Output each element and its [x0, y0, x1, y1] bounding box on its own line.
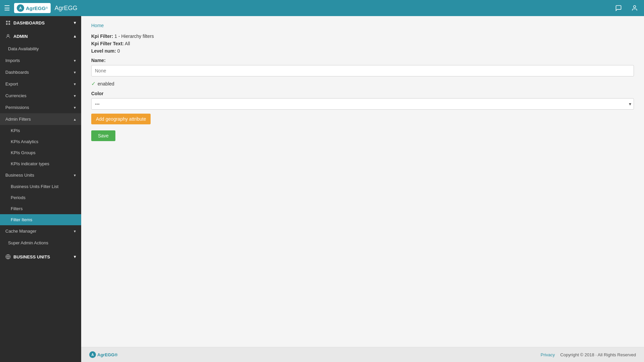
sidebar-item-data-availability[interactable]: Data Availability [0, 43, 81, 55]
save-wrapper: Save [91, 130, 634, 141]
admin-label: ADMIN [13, 34, 28, 39]
kpi-filter-value-text: 1 - Hierarchy filters [114, 34, 154, 39]
topbar: ☰ A AgrEGG® AgrEGG [0, 0, 644, 16]
footer: A AgrEGG® Privacy Copyright © 2018 · All… [81, 347, 644, 362]
sidebar: DASHBOARDS ▾ ADMIN ▴ Data Availability I… [0, 16, 81, 362]
dashboards-chevron: ▾ [74, 20, 76, 25]
sidebar-subitem-kpis-analytics[interactable]: KPIs Analytics [0, 136, 81, 147]
enabled-label: enabled [98, 81, 114, 86]
level-num-line: Level num: 0 [91, 48, 634, 54]
sidebar-subitem-kpis-indicator-types[interactable]: KPIs indicator types [0, 158, 81, 169]
sidebar-subitem-filters[interactable]: Filters [0, 203, 81, 214]
sidebar-subitem-kpis[interactable]: KPIs [0, 125, 81, 136]
breadcrumb-home[interactable]: Home [91, 23, 104, 28]
user-profile-button[interactable] [629, 3, 640, 13]
sidebar-section-admin[interactable]: ADMIN ▴ [0, 29, 81, 43]
add-geo-wrapper: Add geography attribute [91, 114, 634, 128]
color-select-wrapper: --- ▾ [91, 98, 634, 110]
svg-point-0 [634, 6, 636, 8]
sidebar-item-permissions[interactable]: Permissions ▾ [0, 102, 81, 113]
content-area: Home Kpi Filter: 1 - Hierarchy filters K… [81, 16, 644, 362]
save-button[interactable]: Save [91, 130, 115, 141]
svg-rect-2 [8, 21, 10, 22]
enabled-row: ✓ enabled [91, 80, 634, 87]
sidebar-item-imports[interactable]: Imports ▾ [0, 55, 81, 66]
form-container: Kpi Filter: 1 - Hierarchy filters Kpi Fi… [91, 34, 634, 141]
kpi-filter-line: Kpi Filter: 1 - Hierarchy filters [91, 34, 634, 39]
sidebar-subitem-kpis-groups[interactable]: KPIs Groups [0, 147, 81, 158]
name-input[interactable] [91, 65, 634, 76]
notifications-button[interactable] [613, 3, 624, 13]
sidebar-section-dashboards[interactable]: DASHBOARDS ▾ [0, 16, 81, 29]
dashboards-label: DASHBOARDS [13, 20, 45, 25]
svg-point-5 [7, 35, 9, 36]
sidebar-item-cache-manager[interactable]: Cache Manager ▾ [0, 225, 81, 237]
logo-text: AgrEGG [26, 5, 46, 11]
sidebar-subitem-business-units-filter-list[interactable]: Business Units Filter List [0, 181, 81, 192]
breadcrumb: Home [91, 23, 634, 28]
business-units-section-label: BUSINESS UNITS [13, 254, 50, 259]
footer-logo-circle: A [89, 351, 96, 358]
name-label: Name: [91, 58, 634, 63]
svg-rect-4 [8, 23, 10, 25]
menu-toggle-button[interactable]: ☰ [4, 4, 10, 12]
sidebar-subitem-filter-items[interactable]: Filter Items [0, 214, 81, 225]
content-inner: Home Kpi Filter: 1 - Hierarchy filters K… [81, 16, 644, 347]
level-num-label: Level num: [91, 48, 116, 54]
color-row: Color --- ▾ [91, 91, 634, 110]
svg-rect-3 [6, 23, 8, 25]
add-geography-attribute-button[interactable]: Add geography attribute [91, 114, 151, 124]
business-units-section-chevron: ▾ [74, 254, 76, 259]
footer-logo-text: AgrEGG® [97, 352, 118, 357]
logo-circle: A [17, 4, 24, 12]
sidebar-item-dashboards[interactable]: Dashboards ▾ [0, 66, 81, 78]
kpi-filter-text-label: Kpi Filter Text: [91, 41, 124, 46]
svg-rect-1 [6, 21, 8, 22]
kpi-filter-text-value-text: All [125, 41, 130, 46]
admin-chevron: ▴ [74, 34, 76, 39]
color-select[interactable]: --- [91, 98, 634, 110]
footer-right: Privacy Copyright © 2018 · All Rights Re… [541, 352, 636, 357]
sidebar-subitem-periods[interactable]: Periods [0, 192, 81, 203]
topbar-icons [613, 3, 640, 13]
sidebar-item-currencies[interactable]: Currencies ▾ [0, 90, 81, 102]
color-label: Color [91, 91, 634, 96]
sidebar-item-admin-filters[interactable]: Admin Filters ▴ [0, 113, 81, 125]
sidebar-section-business-units[interactable]: BUSINESS UNITS ▾ [0, 250, 81, 263]
main-layout: DASHBOARDS ▾ ADMIN ▴ Data Availability I… [0, 16, 644, 362]
sidebar-item-business-units[interactable]: Business Units ▾ [0, 169, 81, 181]
sidebar-item-super-admin-actions[interactable]: Super Admin Actions [0, 237, 81, 249]
topbar-logo: A AgrEGG® [14, 3, 51, 13]
level-num-value-text: 0 [117, 48, 120, 54]
footer-copyright: Copyright © 2018 · All Rights Reserved [560, 352, 636, 357]
footer-logo: A AgrEGG® [89, 351, 118, 358]
app-title: AgrEGG [55, 5, 613, 12]
kpi-filter-label: Kpi Filter: [91, 34, 113, 39]
sidebar-item-export[interactable]: Export ▾ [0, 78, 81, 90]
footer-privacy-link[interactable]: Privacy [541, 352, 555, 357]
enabled-checkmark: ✓ [91, 80, 96, 87]
kpi-filter-text-line: Kpi Filter Text: All [91, 41, 634, 46]
